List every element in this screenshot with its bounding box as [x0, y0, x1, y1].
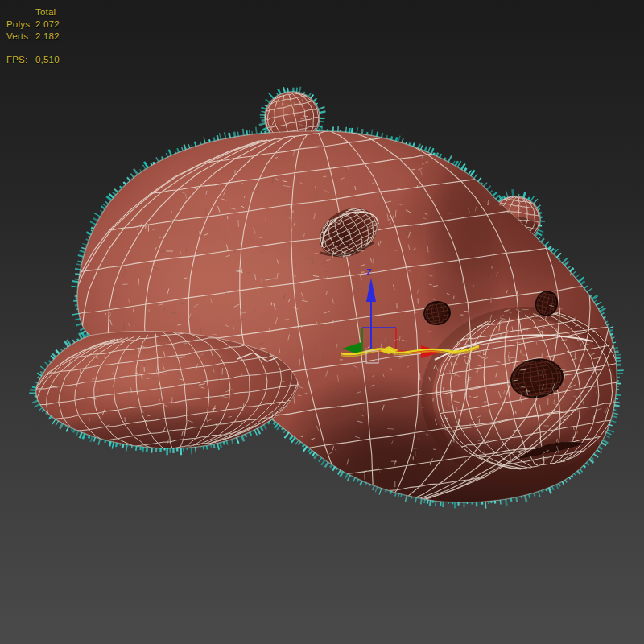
stats-header-row: Total [6, 6, 60, 19]
viewport-statistics: Total Polys: 2 072 Verts: 2 182 FPS: 0,5… [6, 6, 60, 66]
viewport-stage: Z Total Polys: 2 072 Verts: 2 182 FPS: [0, 0, 644, 644]
stats-verts-row: Verts: 2 182 [6, 31, 60, 43]
fps-value: 0,510 [35, 54, 60, 66]
verts-label: Verts: [6, 31, 35, 43]
stats-spacer [6, 6, 35, 19]
stats-total-header: Total [35, 6, 56, 19]
z-axis-label: Z [366, 267, 372, 277]
polys-label: Polys: [6, 19, 35, 31]
stats-fps-row: FPS: 0,510 [6, 54, 60, 66]
bear-model[interactable] [28, 92, 644, 632]
stats-polys-row: Polys: 2 072 [6, 19, 60, 31]
fps-label: FPS: [6, 54, 35, 66]
left-arm [28, 327, 310, 502]
verts-value: 2 182 [35, 31, 60, 43]
polys-value: 2 072 [35, 19, 60, 31]
viewport-3d[interactable]: Z [0, 0, 644, 644]
